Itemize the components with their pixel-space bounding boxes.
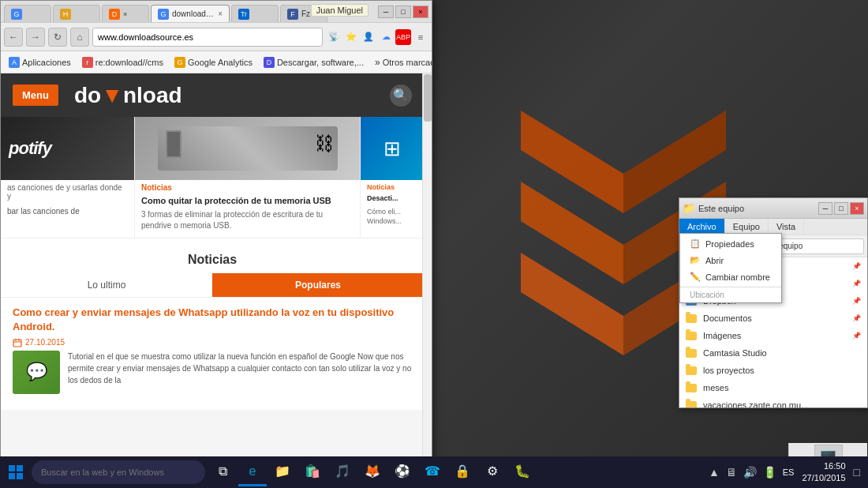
reload-button[interactable]: ↻ bbox=[48, 28, 67, 47]
minimize-button[interactable]: ─ bbox=[378, 6, 394, 18]
media-icon: 🎵 bbox=[335, 464, 350, 479]
task-edge[interactable]: e bbox=[238, 458, 267, 486]
taskbar-search[interactable] bbox=[32, 460, 205, 484]
cloud-icon[interactable]: ☁ bbox=[378, 29, 394, 45]
ball-icon: ⚽ bbox=[395, 464, 410, 479]
context-item-abrir[interactable]: 📂 Abrir bbox=[680, 252, 781, 268]
list-item-proyectos[interactable]: los proyectos bbox=[679, 362, 867, 379]
windows-logo: ⊞ bbox=[383, 137, 401, 161]
article-category-usb: Noticias bbox=[135, 180, 360, 193]
browser-window: Juan Miguel G H D × G d bbox=[0, 0, 432, 474]
home-button[interactable]: ⌂ bbox=[70, 28, 89, 47]
scrollbar[interactable] bbox=[422, 73, 432, 473]
logo-do: do bbox=[74, 83, 101, 108]
ribbon-tab-vista[interactable]: Vista bbox=[769, 219, 804, 235]
browser-tab-2[interactable]: D × bbox=[102, 5, 149, 22]
ribbon: Archivo Equipo Vista 📋 Propiedades 📂 Abr… bbox=[679, 219, 867, 235]
tab-label-2: × bbox=[123, 10, 127, 18]
address-bar[interactable]: www.downloadsource.es bbox=[92, 28, 323, 47]
adblock-icon[interactable]: ABP bbox=[395, 29, 411, 45]
user-icon[interactable]: 👤 bbox=[361, 29, 376, 45]
ribbon-tab-archivo[interactable]: Archivo bbox=[679, 219, 725, 235]
article-title-win[interactable]: Desacti... bbox=[361, 193, 424, 207]
start-button[interactable] bbox=[0, 456, 32, 488]
noticias-title: Noticias bbox=[1, 246, 424, 273]
action-center-icon[interactable]: □ bbox=[852, 466, 862, 479]
folder-icon-imagenes bbox=[686, 329, 698, 342]
article-category-win: Noticias bbox=[361, 180, 424, 193]
forward-button[interactable]: → bbox=[26, 28, 45, 47]
volume-icon[interactable]: 🔊 bbox=[742, 466, 758, 479]
system-time: 16:50 27/10/2015 bbox=[799, 460, 848, 485]
close-button[interactable]: × bbox=[413, 6, 428, 18]
list-item-camtasia[interactable]: Camtasia Studio bbox=[679, 344, 867, 362]
main-article-title[interactable]: Como crear y enviar mensajes de Whatsapp… bbox=[13, 306, 412, 334]
bookmark-otros[interactable]: » Otros marcadores bbox=[370, 54, 432, 71]
task-media[interactable]: 🎵 bbox=[328, 458, 357, 486]
task-explorer[interactable]: 📁 bbox=[268, 458, 297, 486]
folder-icon-camtasia bbox=[686, 347, 698, 359]
abrir-icon: 📂 bbox=[690, 255, 701, 265]
explorer-close[interactable]: × bbox=[850, 202, 864, 215]
browser-tab-3[interactable]: G downloadsource.es × bbox=[151, 5, 230, 22]
browser-tab-4[interactable]: Tr bbox=[231, 5, 279, 22]
scroll-thumb[interactable] bbox=[424, 74, 432, 122]
bookmark-cms[interactable]: r re:download//cms bbox=[77, 54, 168, 71]
article-excerpt-win: Cómo eli... Windows... bbox=[361, 207, 424, 233]
tab-label-3: downloadsource.es bbox=[172, 9, 215, 18]
article-card-spotify: potify as canciones de y usarlas donde y… bbox=[1, 117, 135, 238]
task-firefox[interactable]: 🦊 bbox=[358, 458, 387, 486]
menu-icon[interactable]: ≡ bbox=[413, 29, 428, 45]
logo-arrow: ▼ bbox=[101, 83, 123, 108]
list-item-imagenes[interactable]: Imágenes 📌 bbox=[679, 327, 867, 344]
star-icon[interactable]: ⭐ bbox=[343, 29, 359, 45]
list-item-documentos[interactable]: Documentos 📌 bbox=[679, 310, 867, 327]
explorer-folder-icon: 📁 bbox=[683, 202, 695, 214]
store-icon: 🛍️ bbox=[305, 464, 320, 479]
network-icon[interactable]: 🖥 bbox=[724, 466, 739, 479]
calendar-icon bbox=[13, 338, 22, 347]
context-item-propiedades[interactable]: 📋 Propiedades bbox=[680, 235, 781, 252]
task-lock[interactable]: 🔒 bbox=[448, 458, 477, 486]
desktop: source Juan Miguel G H D × bbox=[0, 0, 868, 488]
site-menu-button[interactable]: Menu bbox=[13, 84, 58, 106]
explorer-minimize[interactable]: ─ bbox=[818, 202, 832, 215]
list-item-meses[interactable]: meses bbox=[679, 379, 867, 396]
bookmark-favicon-1: r bbox=[82, 57, 93, 68]
task-skype[interactable]: ☎ bbox=[418, 458, 447, 486]
task-bug[interactable]: 🐛 bbox=[508, 458, 537, 486]
browser-tab-0[interactable]: G bbox=[4, 5, 51, 22]
explorer-maximize[interactable]: □ bbox=[834, 202, 848, 215]
edge-icon: e bbox=[245, 464, 260, 479]
bookmark-aplicaciones[interactable]: A Aplicaciones bbox=[4, 54, 76, 71]
bookmark-descargar[interactable]: D Descargar, software,... bbox=[259, 54, 369, 71]
article-title-usb[interactable]: Como quitar la protección de tu memoria … bbox=[135, 193, 360, 209]
tab-lo-ultimo[interactable]: Lo ultimo bbox=[1, 273, 212, 297]
battery-icon[interactable]: 🔋 bbox=[761, 466, 778, 479]
maximize-button[interactable]: □ bbox=[395, 6, 411, 18]
task-store[interactable]: 🛍️ bbox=[298, 458, 327, 486]
task-view-icon: ⧉ bbox=[215, 464, 230, 479]
tray-up-arrow[interactable]: ▲ bbox=[707, 466, 721, 479]
back-button[interactable]: ← bbox=[4, 28, 23, 47]
ribbon-tab-equipo[interactable]: Equipo bbox=[725, 219, 769, 235]
cambiar-label: Cambiar nombre bbox=[705, 272, 770, 282]
context-item-cambiar[interactable]: ✏️ Cambiar nombre bbox=[680, 268, 781, 285]
browser-tab-1[interactable]: H bbox=[53, 5, 100, 22]
tab-populares[interactable]: Populares bbox=[212, 273, 424, 297]
article-grid: potify as canciones de y usarlas donde y… bbox=[1, 117, 424, 238]
list-item-vacaciones[interactable]: vacaciones zante con mu... bbox=[679, 396, 867, 407]
tab-close-3[interactable]: × bbox=[218, 9, 223, 18]
site-search-button[interactable]: 🔍 bbox=[390, 84, 412, 107]
svg-rect-6 bbox=[13, 340, 21, 347]
task-view[interactable]: ⧉ bbox=[208, 458, 237, 486]
context-group-label: Ubicación bbox=[680, 289, 781, 301]
lang-icon[interactable]: ES bbox=[781, 467, 796, 477]
task-ball[interactable]: ⚽ bbox=[388, 458, 417, 486]
item-pin-3: 📌 bbox=[852, 314, 861, 322]
bookmark-analytics[interactable]: G Google Analytics bbox=[170, 54, 257, 71]
explorer-icon: 📁 bbox=[275, 464, 290, 479]
task-settings[interactable]: ⚙ bbox=[478, 458, 507, 486]
rss-icon[interactable]: 📡 bbox=[326, 29, 342, 45]
article-date-text: 27.10.2015 bbox=[25, 338, 65, 347]
